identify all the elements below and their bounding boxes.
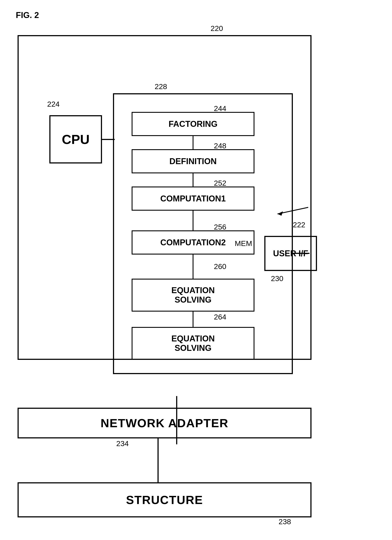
structure-box-238: STRUCTURE [18,482,312,517]
computation2-label: COMPUTATION2 [160,238,226,247]
network-adapter-box-234: NETWORK ADAPTER [18,408,312,438]
factoring-box-244: FACTORING [132,112,254,136]
computation1-label: COMPUTATION1 [160,194,226,203]
inner-box-228: MEM FACTORING DEFINITION COMPUTATION1 CO… [113,93,293,374]
figure-title: FIG. 2 [16,10,39,20]
structure-label: STRUCTURE [126,493,203,507]
eq-solving-2-box-264: EQUATION SOLVING [132,327,254,360]
label-264: 264 [214,313,226,321]
connector-248-252 [193,173,194,186]
outer-box-220: CPU 224 MEM FACTORING DEFINITION COMPUTA… [18,35,312,360]
eq-solving-2-label: EQUATION SOLVING [171,334,215,353]
label-244: 244 [214,104,226,113]
cpu-box-224: CPU [49,115,102,164]
definition-label: DEFINITION [169,157,217,166]
arrow-222-container [273,203,317,221]
label-224: 224 [47,100,60,108]
computation1-box-252: COMPUTATION1 [132,186,254,211]
cpu-label: CPU [62,132,90,147]
label-260: 260 [214,262,226,271]
label-238: 238 [279,517,291,526]
label-252: 252 [214,179,226,187]
eq-solving-1-label: EQUATION SOLVING [171,286,215,305]
user-if-box-230: USER I/F [264,236,317,271]
factoring-label: FACTORING [169,119,217,129]
label-234: 234 [116,439,129,448]
label-220: 220 [211,24,223,33]
connector-260-264 [193,312,194,327]
network-adapter-label: NETWORK ADAPTER [101,416,228,430]
connector-244-248 [193,136,194,149]
label-256: 256 [214,223,226,231]
eq-solving-1-box-260: EQUATION SOLVING [132,279,254,312]
arrow-222-svg [273,203,317,220]
label-230: 230 [271,274,283,283]
connector-252-256 [193,211,194,230]
label-248: 248 [214,141,226,150]
user-if-label: USER I/F [273,249,308,258]
definition-box-248: DEFINITION [132,149,254,173]
main-vertical-connector-2 [158,438,159,482]
label-228: 228 [155,82,167,91]
label-222: 222 [293,220,305,229]
connector-256-260 [193,255,194,279]
computation2-box-256: COMPUTATION2 [132,230,254,255]
